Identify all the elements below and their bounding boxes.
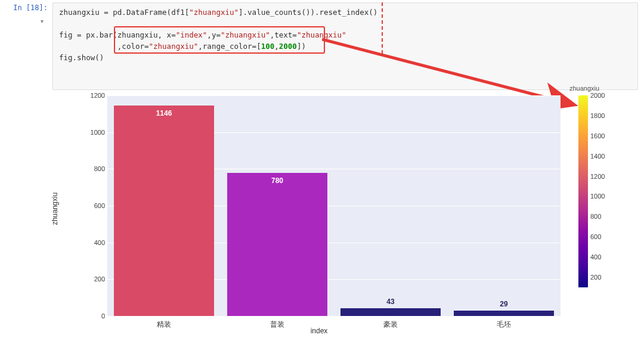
y-tick-label: 600	[83, 202, 105, 209]
colorbar-title: zhuangxiu	[561, 85, 608, 92]
y-tick-label: 0	[83, 312, 105, 320]
y-tick-label: 1000	[83, 129, 105, 136]
y-tick-label: 800	[83, 165, 105, 172]
code-wrap: zhuangxiu = pd.DataFrame(df1["zhuangxiu"…	[52, 2, 638, 90]
cell-prompt: In [18]:	[0, 2, 52, 90]
colorbar-tick-label: 1400	[590, 153, 605, 160]
y-tick-label: 200	[83, 275, 105, 283]
margin-guide	[382, 2, 383, 54]
colorbar-tick-label: 1000	[590, 193, 605, 200]
code-text: ,text=	[270, 30, 297, 39]
bar[interactable]: 780	[227, 173, 327, 317]
gridline	[107, 95, 561, 96]
bar-value-label: 1146	[114, 109, 213, 117]
code-text: fig.show()	[59, 53, 104, 62]
code-string: "zhuangxiu"	[189, 8, 239, 17]
code-string: "index"	[176, 30, 208, 39]
x-tick-label: 豪装	[383, 320, 398, 330]
code-text: ])	[297, 42, 306, 51]
code-string: "zhuangxiu"	[149, 42, 199, 51]
code-text: ,color=	[59, 42, 149, 51]
code-text: ].value_counts()).reset_index()	[239, 8, 377, 17]
bar-chart[interactable]: zhuangxiu 020040060080010001200114678043…	[60, 83, 578, 334]
collapse-icon[interactable]: ▾	[41, 18, 44, 24]
x-tick-label: 毛坯	[497, 320, 511, 330]
x-axis-label: index	[311, 327, 328, 335]
bar-value-label: 29	[454, 300, 553, 308]
colorbar-gradient	[578, 95, 588, 287]
code-text: ,range_color=[	[198, 42, 261, 51]
bar-value-label: 43	[340, 297, 440, 306]
code-text: ,y=	[207, 30, 221, 39]
colorbar-tick-label: 800	[590, 213, 601, 220]
colorbar: zhuangxiu 200400600800100012001400160018…	[578, 95, 588, 287]
code-editor[interactable]: zhuangxiu = pd.DataFrame(df1["zhuangxiu"…	[52, 2, 638, 90]
x-tick-label: 精装	[157, 320, 171, 330]
code-number: 100	[261, 42, 275, 51]
code-number: 2000	[279, 42, 297, 51]
plot-area[interactable]: 02004006008001000120011467804329	[107, 95, 561, 316]
bar[interactable]: 1146	[114, 106, 213, 316]
colorbar-tick-label: 2000	[590, 92, 605, 99]
code-text: fig = px.bar(zhuangxiu, x=	[59, 30, 176, 39]
prompt-suffix: ]:	[39, 4, 48, 12]
code-string: "zhuangxiu"	[297, 30, 346, 39]
code-cell: In [18]: ▾ zhuangxiu = pd.DataFrame(df1[…	[0, 0, 644, 90]
prompt-number: 18	[30, 4, 39, 12]
code-text: ,	[274, 42, 279, 51]
bar[interactable]: 43	[340, 308, 440, 316]
gridline	[107, 316, 561, 317]
colorbar-tick-label: 1200	[590, 173, 605, 180]
colorbar-tick-label: 400	[590, 253, 601, 261]
x-tick-label: 普装	[270, 320, 284, 330]
prompt-prefix: In [	[13, 4, 30, 12]
page: In [18]: ▾ zhuangxiu = pd.DataFrame(df1[…	[0, 0, 644, 344]
code-text: zhuangxiu = pd.DataFrame(df1[	[59, 8, 189, 17]
colorbar-tick-label: 1600	[590, 132, 605, 140]
y-tick-label: 1200	[83, 92, 105, 99]
colorbar-tick-label: 600	[590, 233, 601, 240]
y-tick-label: 400	[83, 239, 105, 246]
bar-value-label: 780	[227, 176, 327, 185]
y-axis-label: zhuangxiu	[51, 193, 59, 225]
colorbar-tick-label: 200	[590, 274, 601, 281]
code-string: "zhuangxiu"	[221, 30, 270, 39]
bar[interactable]: 29	[454, 311, 553, 316]
colorbar-tick-label: 1800	[590, 112, 605, 119]
